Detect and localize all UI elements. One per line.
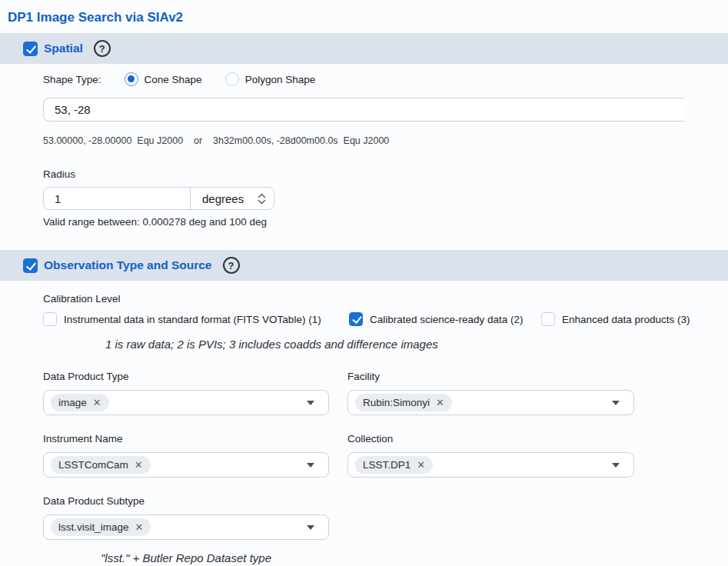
radio-cone-shape-label: Cone Shape xyxy=(145,74,202,85)
subtype-note: "lsst." + Butler Repo Dataset type xyxy=(43,551,329,564)
checkbox-calibration-3-label: Enhanced data products (3) xyxy=(562,314,690,325)
chip-lsst-visit-image: lsst.visit_image ✕ xyxy=(51,518,151,536)
radio-polygon-shape[interactable]: Polygon Shape xyxy=(225,72,316,86)
coordinates-input[interactable] xyxy=(43,98,685,122)
calibration-level-label: Calibration Level xyxy=(43,293,728,305)
chip-label: image xyxy=(58,397,87,408)
spatial-section-title: Spatial xyxy=(44,42,83,55)
checkbox-icon[interactable] xyxy=(43,312,57,326)
checkbox-icon[interactable] xyxy=(541,312,555,326)
spatial-section-header: Spatial ? xyxy=(0,33,728,64)
radius-input[interactable] xyxy=(44,188,190,209)
chip-label: LSST.DP1 xyxy=(363,459,411,471)
chevron-down-icon[interactable] xyxy=(612,401,620,405)
observation-section-header: Observation Type and Source ? xyxy=(0,250,728,281)
field-data-product-subtype: Data Product Subtype lsst.visit_image ✕ … xyxy=(43,495,329,564)
chip-label: lsst.visit_image xyxy=(58,521,129,533)
stepper-icons[interactable] xyxy=(258,193,266,205)
remove-icon[interactable]: ✕ xyxy=(135,522,144,532)
checkbox-calibration-1-label: Instrumental data in standard format (FI… xyxy=(64,314,321,325)
radio-icon[interactable] xyxy=(225,72,239,86)
field-data-product-type: Data Product Type image ✕ xyxy=(43,371,329,415)
collection-label: Collection xyxy=(347,433,634,444)
data-product-type-combobox[interactable]: image ✕ xyxy=(43,390,329,415)
field-collection: Collection LSST.DP1 ✕ xyxy=(347,433,634,478)
chip-lsstcomcam: LSSTComCam ✕ xyxy=(51,456,151,474)
chevron-down-icon xyxy=(258,199,266,205)
remove-icon[interactable]: ✕ xyxy=(93,398,101,408)
chip-image: image ✕ xyxy=(51,394,109,411)
help-icon[interactable]: ? xyxy=(94,40,111,57)
facility-combobox[interactable]: Rubin:Simonyi ✕ xyxy=(347,390,634,415)
calibration-options-row: Instrumental data in standard format (FI… xyxy=(43,312,728,326)
chip-rubin-simonyi: Rubin:Simonyi ✕ xyxy=(355,394,452,411)
page-title: DP1 Image Search via SIAv2 xyxy=(0,0,728,33)
collection-combobox[interactable]: LSST.DP1 ✕ xyxy=(347,452,634,478)
chevron-up-icon xyxy=(258,193,266,198)
chip-lsst-dp1: LSST.DP1 ✕ xyxy=(355,456,433,474)
data-product-subtype-label: Data Product Subtype xyxy=(43,495,329,507)
radius-label: Radius xyxy=(43,168,728,180)
instrument-name-combobox[interactable]: LSSTComCam ✕ xyxy=(43,452,329,478)
chip-label: Rubin:Simonyi xyxy=(363,397,430,408)
radius-unit-select[interactable]: degrees xyxy=(190,188,274,209)
fields-grid: Data Product Type image ✕ Facility Rubin… xyxy=(43,371,728,564)
observation-section-body: Calibration Level Instrumental data in s… xyxy=(0,293,728,564)
spatial-section-checkbox[interactable] xyxy=(23,42,38,56)
remove-icon[interactable]: ✕ xyxy=(417,460,425,470)
facility-label: Facility xyxy=(347,371,634,382)
radio-cone-shape[interactable]: Cone Shape xyxy=(125,72,202,86)
checkbox-icon[interactable] xyxy=(349,312,363,326)
shape-type-row: Shape Type: Cone Shape Polygon Shape xyxy=(43,72,728,86)
spatial-section-body: Shape Type: Cone Shape Polygon Shape 53.… xyxy=(0,72,728,228)
radio-polygon-shape-label: Polygon Shape xyxy=(245,74,316,85)
chip-label: LSSTComCam xyxy=(58,459,128,471)
coordinates-helper-text: 53.00000, -28.00000 Equ J2000 or 3h32m00… xyxy=(43,135,728,146)
radius-unit-value: degrees xyxy=(202,192,258,205)
shape-type-label: Shape Type: xyxy=(43,74,101,85)
chevron-down-icon[interactable] xyxy=(307,463,314,468)
radio-icon[interactable] xyxy=(125,72,138,86)
checkbox-calibration-3[interactable]: Enhanced data products (3) xyxy=(541,312,690,326)
chevron-down-icon[interactable] xyxy=(612,463,620,468)
instrument-name-label: Instrument Name xyxy=(43,433,329,444)
observation-section-title: Observation Type and Source xyxy=(44,258,212,272)
checkbox-calibration-1[interactable]: Instrumental data in standard format (FI… xyxy=(43,312,349,326)
checkbox-calibration-2-label: Calibrated science-ready data (2) xyxy=(370,314,524,325)
field-instrument-name: Instrument Name LSSTComCam ✕ xyxy=(43,433,329,478)
remove-icon[interactable]: ✕ xyxy=(436,398,444,408)
calibration-note: 1 is raw data; 2 is PVIs; 3 includes coa… xyxy=(105,338,728,351)
radius-input-group: degrees xyxy=(43,187,274,210)
help-icon[interactable]: ? xyxy=(223,257,240,274)
data-product-type-label: Data Product Type xyxy=(43,371,329,382)
chevron-down-icon[interactable] xyxy=(307,401,314,405)
checkbox-calibration-2[interactable]: Calibrated science-ready data (2) xyxy=(349,312,541,326)
data-product-subtype-combobox[interactable]: lsst.visit_image ✕ xyxy=(43,514,329,540)
field-facility: Facility Rubin:Simonyi ✕ xyxy=(347,371,634,415)
chevron-down-icon[interactable] xyxy=(307,525,314,530)
remove-icon[interactable]: ✕ xyxy=(135,460,143,470)
radius-valid-range-text: Valid range between: 0.000278 deg and 10… xyxy=(43,216,728,228)
observation-section-checkbox[interactable] xyxy=(23,258,38,273)
